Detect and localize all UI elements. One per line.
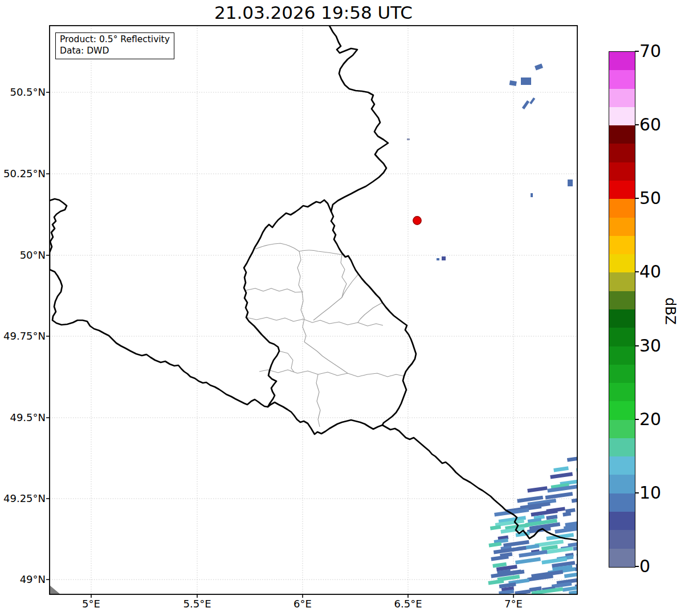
- radar-echo-cell: [578, 549, 591, 554]
- colorbar-band: [609, 254, 635, 272]
- radar-echo-speck: [521, 77, 531, 85]
- colorbar-band: [609, 52, 635, 70]
- colorbar-band: [609, 144, 635, 162]
- colorbar-band: [609, 125, 635, 144]
- colorbar-band: [609, 236, 635, 254]
- lon-tick-label: 5.5°E: [172, 598, 223, 610]
- lat-tick-label: 49.5°N: [0, 411, 46, 424]
- colorbar-band: [609, 512, 635, 530]
- colorbar-band: [609, 456, 635, 475]
- lon-tick-label: 7°E: [488, 598, 539, 610]
- lat-tick-label: 49.25°N: [0, 492, 46, 505]
- radar-echo-cell: [578, 505, 606, 513]
- colorbar-tick-mark: [635, 198, 639, 199]
- radar-figure: 21.03.2026 19:58 UTC: [0, 0, 685, 616]
- lat-tick-label: 50°N: [0, 249, 46, 262]
- product-info-box: Product: 0.5° Reflectivity Data: DWD: [55, 32, 174, 59]
- colorbar-tick-label: 40: [639, 262, 679, 282]
- map-canvas: [0, 0, 685, 616]
- colorbar-band: [609, 493, 635, 512]
- colorbar-band: [609, 89, 635, 107]
- colorbar-tick-mark: [635, 492, 639, 493]
- colorbar-band: [609, 309, 635, 328]
- marker-layer: [413, 217, 421, 225]
- colorbar-band: [609, 199, 635, 217]
- colorbar-band: [609, 70, 635, 88]
- colorbar-tick-mark: [635, 566, 639, 567]
- radar-echo-speck: [407, 138, 410, 140]
- colorbar-band: [609, 401, 635, 419]
- colorbar-tick-mark: [635, 419, 639, 420]
- colorbar-tick-label: 70: [639, 42, 679, 61]
- colorbar-band: [609, 475, 635, 493]
- colorbar-band: [609, 346, 635, 365]
- colorbar-tick-mark: [635, 124, 639, 125]
- colorbar-band: [609, 218, 635, 236]
- radar-site-marker: [413, 217, 421, 225]
- radar-echo-cell: [575, 581, 603, 588]
- colorbar-tick-mark: [635, 345, 639, 346]
- colorbar-band: [609, 162, 635, 181]
- lat-tick-label: 50.25°N: [0, 168, 46, 180]
- colorbar-band: [609, 365, 635, 383]
- colorbar-tick-label: 60: [639, 115, 679, 134]
- colorbar-tick-label: 0: [639, 557, 679, 576]
- colorbar-band: [609, 107, 635, 125]
- radar-echo-speck: [531, 193, 533, 197]
- radar-echo-cell: [576, 466, 593, 472]
- colorbar-band: [609, 438, 635, 456]
- colorbar-tick-label: 20: [639, 410, 679, 429]
- colorbar-tick-mark: [635, 51, 639, 52]
- radar-echo-cell: [578, 566, 611, 574]
- colorbar-tick-label: 50: [639, 189, 679, 208]
- colorbar-band: [609, 549, 635, 567]
- lat-tick-label: 50.5°N: [0, 86, 46, 99]
- radar-echo-cell: [576, 551, 598, 558]
- colorbar-tick-label: 10: [639, 483, 679, 503]
- radar-echo-cell: [581, 589, 600, 595]
- lon-tick-label: 5°E: [66, 598, 117, 610]
- colorbar-tick-mark: [635, 271, 639, 272]
- colorbar-band: [609, 272, 635, 291]
- colorbar: [609, 51, 635, 568]
- colorbar-tick-label: 30: [639, 336, 679, 356]
- colorbar-band: [609, 328, 635, 346]
- lon-tick-label: 6°E: [277, 598, 328, 610]
- radar-echo-speck: [437, 258, 439, 260]
- lat-tick-label: 49°N: [0, 573, 46, 586]
- radar-echo-speck: [442, 256, 446, 260]
- map-plot-area: [50, 26, 577, 594]
- colorbar-band: [609, 420, 635, 438]
- product-line: Product: 0.5° Reflectivity: [60, 34, 170, 46]
- radar-echo-cell: [578, 491, 613, 500]
- colorbar-band: [609, 291, 635, 309]
- radar-echo-cell: [578, 448, 601, 455]
- lat-tick-label: 49.75°N: [0, 330, 46, 342]
- colorbar-band: [609, 383, 635, 401]
- data-source-line: Data: DWD: [60, 46, 170, 57]
- radar-echo-speck: [568, 180, 573, 186]
- colorbar-band: [609, 530, 635, 548]
- colorbar-band: [609, 181, 635, 199]
- colorbar-unit-label: dBZ: [659, 288, 682, 334]
- lon-tick-label: 6.5°E: [382, 598, 434, 610]
